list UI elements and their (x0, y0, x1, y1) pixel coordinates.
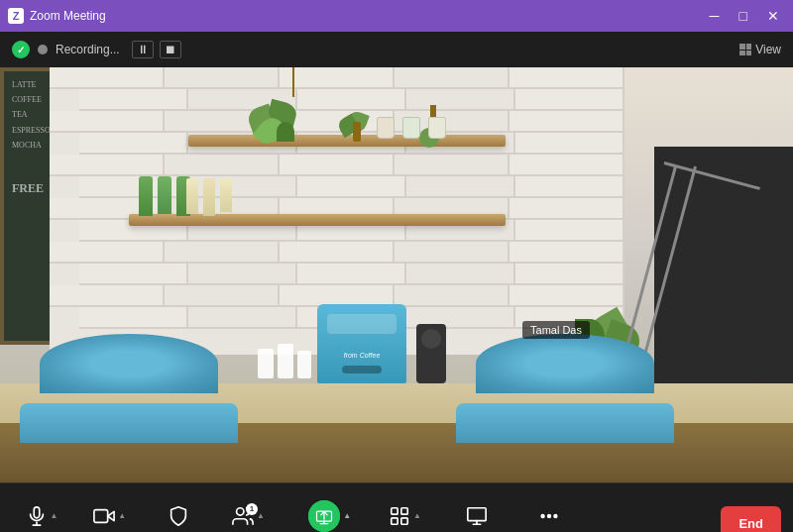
svg-point-18 (554, 514, 557, 517)
video-caret: ▲ (118, 511, 126, 520)
participants-button[interactable]: 1 ▲ Participants (212, 499, 284, 533)
participants-count: 1 (246, 503, 258, 515)
stop-video-button[interactable]: ▲ Stop Video (75, 499, 145, 533)
share-screen-button[interactable]: ▲ Share Screen (288, 494, 371, 533)
hanging-plant (278, 67, 308, 147)
coffee-machine-label: from Coffee (322, 352, 401, 359)
bottom-toolbar: ▲ Mute ▲ Stop Video Security (0, 482, 793, 532)
window-controls: ─ □ ✕ (704, 6, 785, 26)
svg-point-17 (548, 514, 551, 517)
share-screen-icon-bg (308, 500, 340, 532)
shelf-cream-bottles (186, 178, 232, 216)
view-icon (739, 44, 751, 55)
stop-button[interactable]: ⏹ (160, 41, 181, 58)
minimize-button[interactable]: ─ (704, 6, 726, 26)
svg-point-16 (541, 514, 544, 517)
whiteboard-icon (466, 505, 488, 527)
recording-dot (38, 45, 48, 54)
camera-icon (93, 505, 115, 527)
status-indicator (12, 41, 30, 58)
microphone-icon (26, 505, 48, 527)
coffee-machine: from Coffee (317, 304, 406, 383)
apps-icon (389, 505, 410, 527)
svg-rect-3 (94, 509, 108, 522)
chair-left (20, 334, 238, 443)
window-title: Zoom Meeting (30, 9, 106, 23)
title-left: Z Zoom Meeting (8, 8, 106, 24)
share-caret: ▲ (343, 511, 351, 520)
mute-caret: ▲ (51, 511, 58, 520)
virtual-background: LATTE COFFEE TEA ESPRESSO MOCHA FREE (0, 67, 793, 482)
apps-button[interactable]: ▲ Apps (375, 499, 434, 533)
svg-rect-13 (468, 507, 486, 520)
more-button[interactable]: More (519, 499, 579, 533)
recording-status: Recording... (56, 43, 120, 56)
shelf-plant (337, 112, 377, 142)
svg-rect-11 (392, 517, 397, 523)
shelf-bottles (139, 176, 190, 216)
svg-point-4 (236, 507, 243, 514)
participant-name-tag: Tamal Das (522, 321, 590, 339)
end-button[interactable]: End (721, 506, 781, 532)
shelf-mugs (377, 117, 446, 139)
more-icon (538, 505, 560, 527)
title-bar: Z Zoom Meeting ─ □ ✕ (0, 0, 793, 32)
close-button[interactable]: ✕ (761, 6, 785, 26)
svg-rect-12 (401, 517, 407, 523)
maximize-button[interactable]: □ (734, 6, 753, 26)
view-label: View (755, 43, 781, 56)
security-button[interactable]: Security (149, 499, 208, 533)
participants-caret: ▲ (257, 511, 265, 520)
coffee-grinder (416, 324, 446, 383)
svg-rect-0 (34, 506, 40, 517)
video-area: LATTE COFFEE TEA ESPRESSO MOCHA FREE (0, 67, 793, 482)
svg-rect-9 (392, 507, 397, 513)
top-toolbar: Recording... ⏸ ⏹ View (0, 32, 793, 67)
view-button[interactable]: View (739, 43, 781, 56)
security-icon (168, 505, 189, 527)
toolbar-items: ▲ Mute ▲ Stop Video Security (12, 494, 721, 533)
mute-button[interactable]: ▲ Mute (12, 499, 71, 533)
app-icon: Z (8, 8, 24, 24)
recording-area: Recording... ⏸ ⏹ (12, 41, 181, 58)
svg-rect-10 (401, 507, 407, 513)
chair-right (456, 334, 674, 443)
counter-items (258, 344, 311, 378)
apps-caret: ▲ (413, 511, 421, 520)
whiteboards-button[interactable]: Whiteboards (438, 499, 515, 533)
recording-controls: ⏸ ⏹ (132, 41, 181, 58)
pause-button[interactable]: ⏸ (132, 41, 154, 58)
